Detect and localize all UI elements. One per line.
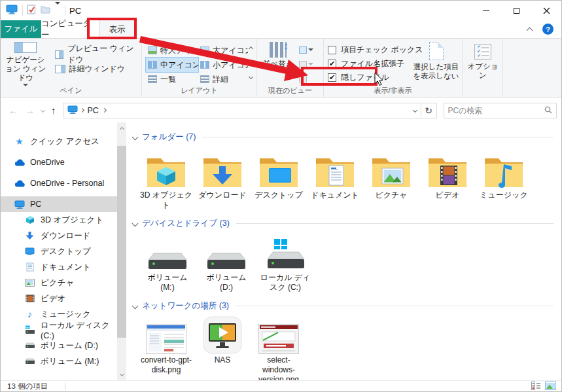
download-arrow-icon (24, 231, 35, 240)
collapse-ribbon-icon[interactable] (527, 27, 533, 34)
local-disk-icon (265, 238, 306, 272)
sidebar-scrollbar[interactable] (117, 122, 126, 380)
layout-small-icons[interactable]: 小アイコン (198, 58, 248, 72)
desktop-monitor-icon (24, 247, 35, 255)
details-view-button[interactable] (531, 382, 541, 391)
medium-icons-icon (148, 61, 157, 69)
help-button[interactable]: ? (542, 24, 553, 35)
ribbon-tab-bar: ファイル コンピューター 表示 ? (1, 20, 561, 39)
sidebar-item-label: ボリューム (M:) (41, 356, 99, 367)
sort-by-label: 並べ替え (263, 59, 294, 68)
refresh-button[interactable]: ↻ (421, 103, 437, 118)
search-icon[interactable] (544, 105, 552, 116)
network-tile-convert-to-gpt-disk[interactable]: convert-to-gpt-disk.png (138, 316, 194, 380)
large-icons-view-button[interactable] (545, 382, 556, 391)
search-box[interactable] (444, 103, 557, 118)
layout-medium-icons[interactable]: 中アイコン (146, 58, 198, 72)
up-button[interactable]: ↑ (51, 105, 56, 116)
navigation-pane-button[interactable]: ナビゲーション ウィンドウ (5, 42, 47, 86)
layout-details[interactable]: 詳細 (198, 72, 248, 86)
address-dropdown-chevron-icon[interactable] (412, 108, 417, 113)
sort-by-button[interactable]: ↕ 並べ替え (261, 42, 295, 86)
tab-file[interactable]: ファイル (1, 20, 41, 38)
tile-label: ビデオ (436, 190, 460, 200)
network-tile-nas[interactable]: NAS (194, 316, 251, 380)
sidebar-item-quick-access[interactable]: ★ クイック アクセス (1, 134, 117, 149)
sidebar-item-3d-objects[interactable]: 3D オブジェクト (1, 212, 117, 228)
folder-tile-desktop[interactable]: デスクトップ (251, 147, 307, 210)
drive-tile-volume-m[interactable]: ボリューム (M:) (138, 234, 197, 293)
forward-button[interactable]: → (25, 105, 35, 116)
tile-label: デスクトップ (255, 190, 303, 200)
scrollbar-down-icon[interactable] (117, 370, 126, 380)
folder-tile-3d-objects[interactable]: 3D オブジェクト (138, 147, 194, 210)
maximize-button[interactable] (501, 1, 531, 20)
minimize-icon (483, 10, 489, 11)
section-header-folders[interactable]: フォルダー (7) (133, 130, 553, 143)
new-folder-icon[interactable] (41, 5, 50, 16)
back-button[interactable]: ← (9, 105, 18, 116)
sidebar-item-desktop[interactable]: デスクトップ (1, 243, 117, 259)
options-button[interactable]: オプション (466, 44, 499, 80)
scrollbar-thumb[interactable] (117, 146, 126, 338)
folder-tile-pictures[interactable]: ピクチャ (363, 147, 419, 210)
folder-tile-downloads[interactable]: ダウンロード (194, 147, 251, 210)
checkbox-icon: ✔ (328, 60, 336, 68)
sidebar-item-label: PC (30, 200, 41, 209)
add-columns-icon (299, 61, 307, 68)
hide-selected-items-button[interactable]: 選択した項目を表示しない (413, 42, 459, 86)
sidebar-item-downloads[interactable]: ダウンロード (1, 228, 117, 243)
customize-qat-chevron-icon[interactable] (55, 5, 60, 16)
folder-tile-documents[interactable]: ドキュメント (307, 147, 363, 210)
picture-icon (24, 279, 35, 287)
layout-large-icons[interactable]: 大アイコン (198, 43, 248, 58)
layout-list[interactable]: 一覧 (146, 72, 198, 86)
layout-extra-large-icons[interactable]: 特大アイコン (146, 43, 198, 58)
document-icon (24, 262, 35, 272)
search-input[interactable] (444, 106, 544, 115)
preview-pane-button[interactable]: プレビュー ウィンドウ (52, 47, 139, 62)
checkbox-icon: ✔ (328, 73, 336, 82)
item-check-boxes-checkbox[interactable]: 項目チェック ボックス (328, 43, 412, 57)
png-thumbnail-icon (258, 324, 299, 354)
sidebar-item-volume-m[interactable]: ボリューム (M:) (1, 353, 117, 369)
section-header-devices[interactable]: デバイスとドライブ (3) (133, 217, 553, 230)
layout-scroll-arrows[interactable] (248, 42, 254, 86)
items-count: 13 個の項目 (7, 382, 48, 391)
group-by-button[interactable] (298, 43, 315, 56)
sidebar-item-videos[interactable]: ビデオ (1, 291, 117, 306)
sidebar-item-pc[interactable]: PC (1, 196, 117, 212)
size-columns-button[interactable] (298, 72, 315, 85)
details-pane-button[interactable]: 詳細ウィンドウ (52, 62, 139, 76)
close-button[interactable] (531, 1, 561, 20)
file-name-extensions-checkbox[interactable]: ✔ ファイル名拡張子 (328, 57, 412, 71)
minimize-button[interactable] (471, 1, 501, 20)
properties-icon[interactable] (27, 5, 36, 17)
sidebar-item-documents[interactable]: ドキュメント (1, 259, 117, 275)
breadcrumb-chevron-icon[interactable] (79, 108, 84, 113)
breadcrumb-location[interactable]: PC (88, 106, 99, 115)
scrollbar-up-icon[interactable] (117, 122, 126, 133)
sidebar-item-onedrive[interactable]: OneDrive (1, 154, 117, 170)
sidebar-item-pictures[interactable]: ピクチャ (1, 275, 117, 291)
sidebar-item-label: ピクチャ (41, 277, 74, 289)
section-header-network[interactable]: ネットワークの場所 (3) (133, 299, 553, 312)
recent-locations-chevron-icon[interactable] (41, 108, 45, 113)
add-columns-button[interactable] (298, 58, 315, 71)
hidden-files-checkbox[interactable]: ✔ 隠しファイル (328, 71, 412, 84)
sidebar-item-volume-d[interactable]: ボリューム (D:) (1, 338, 117, 353)
sidebar-item-label: ローカル ディスク (C:) (41, 320, 117, 340)
tab-view[interactable]: 表示 (99, 20, 135, 39)
folder-tile-music[interactable]: ミュージック (476, 147, 532, 210)
drive-tile-volume-d[interactable]: ボリューム (D:) (197, 234, 256, 293)
sidebar-item-local-disk-c[interactable]: ローカル ディスク (C:) (1, 322, 117, 338)
section-title: フォルダー (7) (142, 132, 196, 143)
breadcrumb-chevron-icon[interactable] (102, 108, 107, 113)
sidebar-item-onedrive-personal[interactable]: OneDrive - Personal (1, 175, 117, 191)
folder-tile-videos[interactable]: ビデオ (419, 147, 476, 210)
address-bar[interactable]: PC (63, 103, 421, 118)
drive-tile-local-disk-c[interactable]: ローカル ディスク (C:) (256, 234, 315, 293)
tab-computer[interactable]: コンピューター (41, 20, 99, 38)
network-tile-select-windows-version[interactable]: select-windows-version.png (251, 316, 307, 380)
extra-large-icons-icon (148, 46, 157, 54)
